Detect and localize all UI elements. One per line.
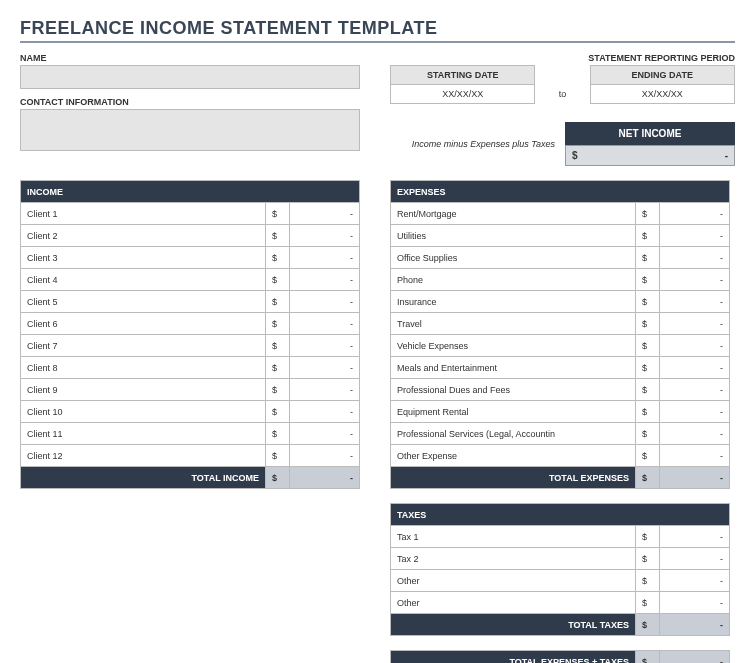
taxes-total-val: - xyxy=(660,614,730,636)
expense-name-cell[interactable]: Travel xyxy=(391,313,636,335)
expense-value-cell[interactable]: - xyxy=(660,423,730,445)
grand-total-val: - xyxy=(660,651,730,664)
table-row: Rent/Mortgage$- xyxy=(391,203,730,225)
expense-currency-cell: $ xyxy=(636,247,660,269)
tax-name-cell[interactable]: Tax 1 xyxy=(391,526,636,548)
table-row: Other$- xyxy=(391,592,730,614)
expense-value-cell[interactable]: - xyxy=(660,379,730,401)
tax-value-cell[interactable]: - xyxy=(660,548,730,570)
income-value-cell[interactable]: - xyxy=(290,401,360,423)
table-row: Client 10$- xyxy=(21,401,360,423)
contact-input[interactable] xyxy=(20,109,360,151)
tax-value-cell[interactable]: - xyxy=(660,526,730,548)
income-currency-cell: $ xyxy=(266,401,290,423)
income-name-cell[interactable]: Client 12 xyxy=(21,445,266,467)
expense-name-cell[interactable]: Rent/Mortgage xyxy=(391,203,636,225)
expense-currency-cell: $ xyxy=(636,357,660,379)
tax-value-cell[interactable]: - xyxy=(660,570,730,592)
expense-value-cell[interactable]: - xyxy=(660,247,730,269)
income-name-cell[interactable]: Client 4 xyxy=(21,269,266,291)
expenses-header: EXPENSES xyxy=(391,181,730,203)
expense-name-cell[interactable]: Phone xyxy=(391,269,636,291)
expense-value-cell[interactable]: - xyxy=(660,203,730,225)
expense-value-cell[interactable]: - xyxy=(660,291,730,313)
income-name-cell[interactable]: Client 9 xyxy=(21,379,266,401)
tax-name-cell[interactable]: Tax 2 xyxy=(391,548,636,570)
expense-currency-cell: $ xyxy=(636,401,660,423)
income-value-cell[interactable]: - xyxy=(290,379,360,401)
netincome-note: Income minus Expenses plus Taxes xyxy=(390,139,559,149)
income-value-cell[interactable]: - xyxy=(290,357,360,379)
expense-value-cell[interactable]: - xyxy=(660,335,730,357)
income-name-cell[interactable]: Client 1 xyxy=(21,203,266,225)
income-currency-cell: $ xyxy=(266,357,290,379)
expense-name-cell[interactable]: Other Expense xyxy=(391,445,636,467)
income-name-cell[interactable]: Client 10 xyxy=(21,401,266,423)
expenses-total-label: TOTAL EXPENSES xyxy=(391,467,636,489)
grand-total-cur: $ xyxy=(636,651,660,664)
expense-value-cell[interactable]: - xyxy=(660,445,730,467)
expense-name-cell[interactable]: Office Supplies xyxy=(391,247,636,269)
expense-name-cell[interactable]: Professional Dues and Fees xyxy=(391,379,636,401)
grand-total-table: TOTAL EXPENSES + TAXES $ - xyxy=(390,650,730,663)
table-row: Client 2$- xyxy=(21,225,360,247)
table-row: Client 11$- xyxy=(21,423,360,445)
netincome-value-row: $ - xyxy=(565,145,735,166)
name-input[interactable] xyxy=(20,65,360,89)
taxes-header: TAXES xyxy=(391,504,730,526)
income-value-cell[interactable]: - xyxy=(290,269,360,291)
income-value-cell[interactable]: - xyxy=(290,203,360,225)
income-value-cell[interactable]: - xyxy=(290,423,360,445)
expense-name-cell[interactable]: Meals and Entertainment xyxy=(391,357,636,379)
income-name-cell[interactable]: Client 11 xyxy=(21,423,266,445)
contact-label: CONTACT INFORMATION xyxy=(20,97,360,107)
income-currency-cell: $ xyxy=(266,269,290,291)
expense-name-cell[interactable]: Equipment Rental xyxy=(391,401,636,423)
income-value-cell[interactable]: - xyxy=(290,291,360,313)
tax-name-cell[interactable]: Other xyxy=(391,592,636,614)
expense-name-cell[interactable]: Insurance xyxy=(391,291,636,313)
expense-currency-cell: $ xyxy=(636,445,660,467)
tax-value-cell[interactable]: - xyxy=(660,592,730,614)
expense-value-cell[interactable]: - xyxy=(660,269,730,291)
income-value-cell[interactable]: - xyxy=(290,445,360,467)
end-date-header: ENDING DATE xyxy=(590,66,735,85)
income-value-cell[interactable]: - xyxy=(290,247,360,269)
income-value-cell[interactable]: - xyxy=(290,335,360,357)
expense-value-cell[interactable]: - xyxy=(660,313,730,335)
name-label: NAME xyxy=(20,53,360,63)
expense-name-cell[interactable]: Professional Services (Legal, Accountin xyxy=(391,423,636,445)
expenses-total-val: - xyxy=(660,467,730,489)
income-total-label: TOTAL INCOME xyxy=(21,467,266,489)
income-name-cell[interactable]: Client 5 xyxy=(21,291,266,313)
income-value-cell[interactable]: - xyxy=(290,313,360,335)
income-name-cell[interactable]: Client 6 xyxy=(21,313,266,335)
netincome-header: NET INCOME xyxy=(565,122,735,145)
income-currency-cell: $ xyxy=(266,445,290,467)
table-row: Travel$- xyxy=(391,313,730,335)
expense-value-cell[interactable]: - xyxy=(660,225,730,247)
start-date-cell[interactable]: XX/XX/XX xyxy=(391,85,535,104)
income-currency-cell: $ xyxy=(266,225,290,247)
income-value-cell[interactable]: - xyxy=(290,225,360,247)
income-header: INCOME xyxy=(21,181,360,203)
income-name-cell[interactable]: Client 2 xyxy=(21,225,266,247)
expense-name-cell[interactable]: Vehicle Expenses xyxy=(391,335,636,357)
table-row: Utilities$- xyxy=(391,225,730,247)
expense-value-cell[interactable]: - xyxy=(660,357,730,379)
table-row: Tax 1$- xyxy=(391,526,730,548)
income-name-cell[interactable]: Client 8 xyxy=(21,357,266,379)
taxes-total-cur: $ xyxy=(636,614,660,636)
expense-currency-cell: $ xyxy=(636,423,660,445)
table-row: Tax 2$- xyxy=(391,548,730,570)
income-total-val: - xyxy=(290,467,360,489)
expense-name-cell[interactable]: Utilities xyxy=(391,225,636,247)
end-date-cell[interactable]: XX/XX/XX xyxy=(590,85,735,104)
tax-name-cell[interactable]: Other xyxy=(391,570,636,592)
expense-value-cell[interactable]: - xyxy=(660,401,730,423)
table-row: Meals and Entertainment$- xyxy=(391,357,730,379)
table-row: Equipment Rental$- xyxy=(391,401,730,423)
income-name-cell[interactable]: Client 3 xyxy=(21,247,266,269)
income-name-cell[interactable]: Client 7 xyxy=(21,335,266,357)
tax-currency-cell: $ xyxy=(636,570,660,592)
